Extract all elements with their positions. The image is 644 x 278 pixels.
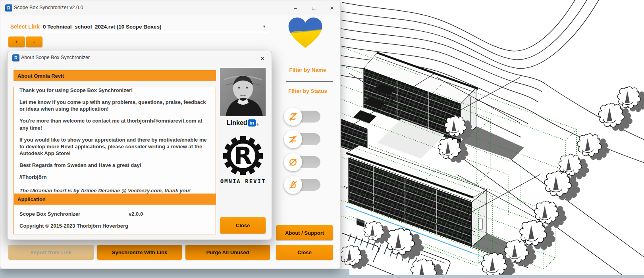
main-titlebar[interactable]: R Scope Box Synchronizer v2.0.0 – □ ✕: [0, 0, 340, 15]
combobox-underline: [43, 32, 269, 32]
about-omnia-groupbox: About Omnia Revit Thank you for using Sc…: [13, 70, 216, 196]
svg-text:R: R: [234, 142, 252, 170]
window-title: Scope Box Synchronizer v2.0.0: [14, 5, 83, 10]
registered-mark: ®: [256, 123, 259, 127]
desktop-strip-bottom: [0, 275, 644, 278]
omnia-revit-wordmark: OMNIA REVIT: [218, 178, 268, 184]
dialog-close-icon[interactable]: ✕: [257, 54, 268, 63]
about-paragraph: If you would like to show your appreciat…: [14, 136, 216, 157]
ukraine-heart: [287, 16, 324, 50]
revit-app-icon: R: [12, 54, 19, 61]
filter-by-name-label: Filter by Name: [274, 67, 341, 73]
linkedin-wordmark: Linked: [227, 119, 247, 127]
omnia-revit-gear-logo: R: [223, 135, 263, 175]
dialog-title: About Scope Box Synchronizer: [21, 55, 90, 60]
lock-slash-icon[interactable]: [284, 176, 302, 194]
dialog-titlebar[interactable]: R About Scope Box Synchronizer ✕: [8, 51, 272, 65]
linkedin-in-badge: in: [248, 119, 256, 127]
about-support-button[interactable]: About / Support: [276, 225, 333, 240]
about-dialog: R About Scope Box Synchronizer ✕ About O…: [7, 51, 272, 240]
toggle-sync-disabled[interactable]: [284, 107, 320, 126]
dialog-close-button[interactable]: Close: [220, 217, 266, 234]
import-from-link-button[interactable]: Import from Link: [8, 245, 94, 260]
app-name: Scope Box Synchronizer: [19, 211, 80, 217]
purge-all-unused-button[interactable]: Purge All Unused: [185, 245, 270, 260]
chevron-down-icon[interactable]: ▼: [262, 25, 266, 29]
filter-by-status-label: Filter by Status: [274, 88, 341, 94]
app-copyright: Copyright © 2015-2023 Thorbjörn Hoverber…: [19, 223, 128, 229]
synchronize-with-link-button[interactable]: Synchronize With Link: [97, 245, 182, 260]
application-header: Application: [13, 194, 216, 205]
remove-link-button[interactable]: -: [26, 36, 42, 47]
circle-slash-icon[interactable]: [284, 153, 302, 171]
swap-arrows-disabled-icon[interactable]: [284, 130, 302, 148]
add-link-button[interactable]: +: [8, 36, 25, 47]
revit-app-icon: R: [5, 4, 12, 12]
linkedin-logo[interactable]: Linked in ®: [220, 119, 266, 127]
toggle-circle-slash[interactable]: [284, 153, 320, 171]
sync-disabled-icon[interactable]: [284, 107, 302, 126]
select-link-label: Select Link: [10, 23, 40, 30]
about-paragraph: Let me know if you come up with any prob…: [14, 99, 216, 112]
link-combobox[interactable]: 0 Technical_school_2024.rvt (10 Scope Bo…: [43, 24, 161, 30]
portrait-photo: [220, 68, 266, 116]
sidebar-close-button[interactable]: Close: [276, 245, 333, 260]
toggle-swap-disabled[interactable]: [284, 130, 320, 148]
minimize-button[interactable]: –: [286, 0, 305, 15]
about-omnia-header: About Omnia Revit: [13, 70, 216, 81]
app-version: v2.0.0: [129, 211, 143, 217]
about-paragraph: You're more than welcome to contact me a…: [14, 117, 216, 131]
heart-credit: The Ukranian heart is by Arinee Deramae …: [14, 187, 216, 194]
close-button[interactable]: ✕: [323, 0, 341, 15]
sidebar-separator: [286, 81, 333, 82]
about-signature: //Thorbjörn: [14, 174, 216, 180]
maximize-button[interactable]: □: [305, 0, 323, 15]
about-paragraph: Thank you for using Scope Box Synchroniz…: [14, 87, 216, 94]
toggle-lock-slash[interactable]: [284, 176, 320, 194]
application-groupbox: Application Scope Box Synchronizer v2.0.…: [13, 194, 216, 234]
about-paragraph: Best Regards from Sweden and Have a grea…: [14, 162, 216, 169]
